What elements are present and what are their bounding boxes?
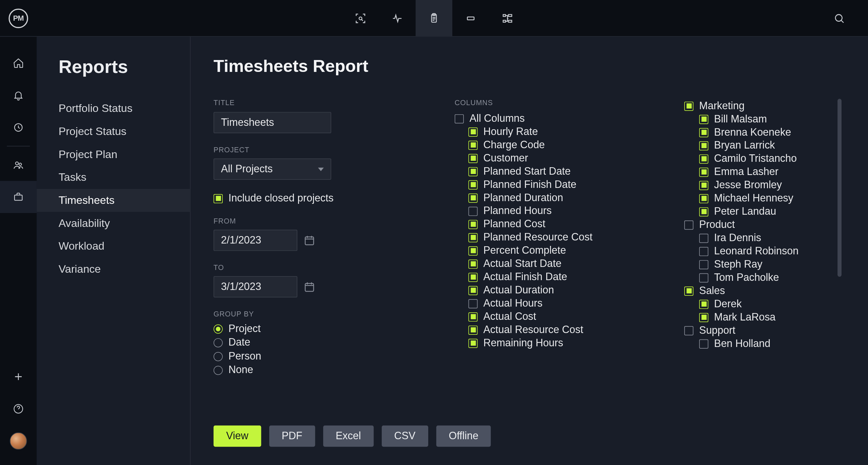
checkbox-icon	[468, 272, 477, 282]
person-checkbox[interactable]: Bryan Larrick	[699, 139, 845, 152]
from-date-input[interactable]	[214, 230, 297, 251]
pdf-button[interactable]: PDF	[269, 426, 315, 447]
column-checkbox[interactable]: Planned Start Date	[468, 166, 650, 178]
group-by-option[interactable]: Person	[214, 350, 420, 363]
column-checkbox[interactable]: Actual Cost	[468, 311, 650, 323]
calendar-icon[interactable]	[303, 280, 316, 293]
sidebar-item[interactable]: Project Status	[37, 120, 190, 143]
svg-point-0	[359, 17, 362, 19]
person-checkbox[interactable]: Ben Holland	[699, 337, 845, 350]
svg-rect-14	[305, 237, 314, 245]
sidebar-item[interactable]: Availability	[37, 212, 190, 235]
svg-rect-12	[15, 195, 22, 200]
column-checkbox[interactable]: Actual Duration	[468, 284, 650, 296]
checkbox-icon	[699, 168, 708, 177]
column-checkbox[interactable]: Actual Finish Date	[468, 271, 650, 283]
project-select[interactable]: All Projects	[214, 158, 331, 180]
person-checkbox[interactable]: Mark LaRosa	[699, 311, 845, 324]
column-checkbox[interactable]: Planned Hours	[468, 205, 650, 217]
include-closed-checkbox[interactable]: Include closed projects	[214, 192, 420, 205]
checkbox-icon	[699, 180, 708, 190]
all-columns-checkbox[interactable]: All Columns	[455, 113, 650, 125]
calendar-icon[interactable]	[303, 234, 316, 247]
view-button[interactable]: View	[214, 426, 261, 447]
person-checkbox[interactable]: Peter Landau	[699, 206, 845, 218]
person-label: Mark LaRosa	[714, 311, 775, 324]
group-by-option[interactable]: None	[214, 364, 420, 376]
title-input[interactable]	[214, 112, 331, 133]
rail-add-icon[interactable]	[0, 361, 37, 393]
app-logo[interactable]: PM	[0, 0, 37, 37]
column-checkbox[interactable]: Customer	[468, 152, 650, 164]
sidebar-item[interactable]: Portfolio Status	[37, 97, 190, 120]
person-checkbox[interactable]: Emma Lasher	[699, 166, 845, 178]
person-checkbox[interactable]: Tom Pacholke	[699, 272, 845, 284]
column-checkbox[interactable]: Planned Resource Cost	[468, 231, 650, 244]
person-checkbox[interactable]: Derek	[699, 298, 845, 310]
column-checkbox[interactable]: Planned Finish Date	[468, 179, 650, 191]
person-label: Ira Dennis	[714, 232, 761, 244]
top-flow-icon[interactable]	[489, 0, 526, 37]
search-icon[interactable]	[821, 0, 857, 37]
rail-clock-icon[interactable]	[0, 111, 37, 143]
rail-avatar[interactable]	[0, 425, 37, 457]
rail-help-icon[interactable]	[0, 393, 37, 425]
column-checkbox[interactable]: Actual Resource Cost	[468, 324, 650, 336]
person-group-checkbox[interactable]: Product	[684, 219, 845, 231]
column-checkbox[interactable]: Charge Code	[468, 139, 650, 151]
rail-people-icon[interactable]	[0, 149, 37, 181]
top-scan-icon[interactable]	[342, 0, 379, 37]
column-checkbox[interactable]: Percent Complete	[468, 245, 650, 257]
column-checkbox[interactable]: Hourly Rate	[468, 126, 650, 138]
sidebar-item[interactable]: Variance	[37, 258, 190, 281]
radio-icon	[214, 352, 223, 361]
sidebar-item[interactable]: Timesheets	[37, 189, 190, 212]
offline-button[interactable]: Offline	[436, 426, 491, 447]
checkbox-icon	[699, 273, 708, 282]
columns-header: COLUMNS	[455, 99, 650, 107]
column-label: Actual Hours	[484, 297, 542, 310]
column-label: Planned Resource Cost	[484, 231, 593, 244]
column-checkbox[interactable]: Planned Cost	[468, 218, 650, 230]
excel-button[interactable]: Excel	[323, 426, 374, 447]
person-group-checkbox[interactable]: Support	[684, 325, 845, 337]
person-checkbox[interactable]: Camilo Tristancho	[699, 153, 845, 165]
rail-home-icon[interactable]	[0, 47, 37, 79]
to-date-input[interactable]	[214, 276, 297, 297]
group-by-option[interactable]: Date	[214, 336, 420, 349]
person-checkbox[interactable]: Brenna Koeneke	[699, 126, 845, 138]
column-checkbox[interactable]: Actual Hours	[468, 297, 650, 310]
top-card-icon[interactable]	[452, 0, 489, 37]
person-checkbox[interactable]: Leonard Robinson	[699, 245, 845, 257]
persons-scrollbar[interactable]	[837, 99, 842, 277]
column-checkbox[interactable]: Actual Start Date	[468, 258, 650, 270]
sidebar-item[interactable]: Tasks	[37, 166, 190, 189]
column-checkbox[interactable]: Planned Duration	[468, 192, 650, 204]
person-label: Bill Malsam	[714, 113, 767, 125]
column-label: Percent Complete	[484, 245, 566, 257]
person-label: Bryan Larrick	[714, 139, 775, 152]
person-checkbox[interactable]: Ira Dennis	[699, 232, 845, 244]
sidebar-item[interactable]: Project Plan	[37, 143, 190, 166]
sidebar-item[interactable]: Workload	[37, 235, 190, 258]
person-label: Leonard Robinson	[714, 245, 798, 257]
svg-rect-6	[503, 20, 506, 22]
checkbox-icon	[455, 114, 464, 123]
checkbox-icon	[699, 154, 708, 163]
checkbox-icon	[468, 325, 477, 334]
person-checkbox[interactable]: Steph Ray	[699, 258, 845, 271]
top-clipboard-icon[interactable]	[416, 0, 452, 37]
rail-briefcase-icon[interactable]	[0, 181, 37, 213]
person-checkbox[interactable]: Bill Malsam	[699, 113, 845, 125]
group-by-option[interactable]: Project	[214, 323, 420, 335]
column-label: Planned Finish Date	[484, 179, 576, 191]
person-checkbox[interactable]: Jesse Bromley	[699, 179, 845, 191]
top-activity-icon[interactable]	[379, 0, 415, 37]
person-group-checkbox[interactable]: Sales	[684, 285, 845, 297]
person-label: Michael Hennesy	[714, 192, 793, 205]
person-group-checkbox[interactable]: Marketing	[684, 100, 845, 112]
person-checkbox[interactable]: Michael Hennesy	[699, 192, 845, 205]
rail-bell-icon[interactable]	[0, 79, 37, 112]
column-checkbox[interactable]: Remaining Hours	[468, 337, 650, 349]
csv-button[interactable]: CSV	[381, 426, 428, 447]
